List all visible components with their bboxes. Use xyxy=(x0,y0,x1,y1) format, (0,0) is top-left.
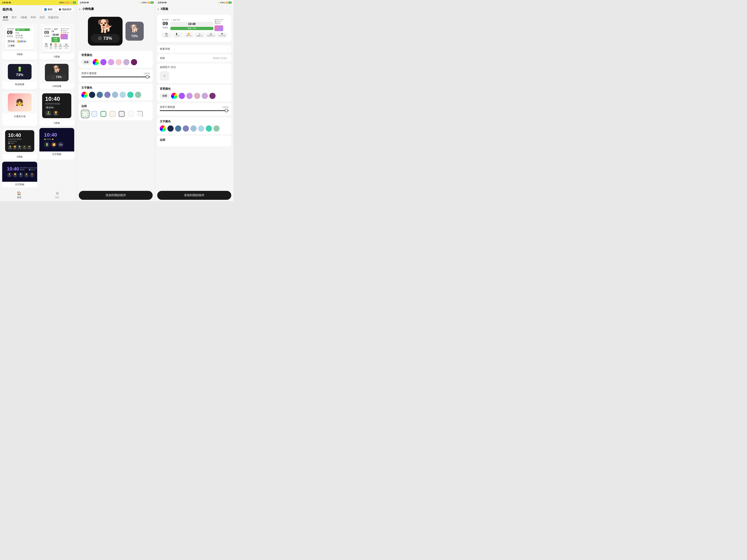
status-bar-3: 上午10:40 ⚡ 0.6K/s 📶 73 xyxy=(156,0,233,5)
widget-xpanel-a[interactable]: 2024/05 09 星期四 电量: 71% 存储 空间容量70.77 GB xyxy=(2,24,37,59)
color-purple[interactable] xyxy=(100,59,106,65)
bg-opacity-section: 背景不透明度 100% xyxy=(79,69,153,82)
tc3-periwinkle[interactable] xyxy=(183,126,189,132)
tc3-light-blue[interactable] xyxy=(190,126,197,132)
panel2-nav: ‹ 小狗电量 xyxy=(77,5,155,13)
color-rainbow-bg[interactable] xyxy=(93,59,99,65)
bg3-purple[interactable] xyxy=(179,93,185,99)
color-row-bg: 相册 xyxy=(81,59,150,65)
dog-mini-preview: 🐕 73% xyxy=(126,22,144,41)
color-row-bg-3: 相册 xyxy=(160,93,229,99)
tab-clock[interactable]: 时钟 xyxy=(30,15,36,20)
slider-thumb[interactable] xyxy=(146,75,149,78)
status-bar-1: 上午10:40 135K/s 📶📶 🔋 73 xyxy=(0,0,78,5)
more-icon: ⊞ xyxy=(56,191,59,195)
border-ornate[interactable] xyxy=(100,110,107,118)
name-value[interactable]: M2007J1SC › xyxy=(213,56,229,60)
tc3-teal[interactable] xyxy=(206,126,212,132)
nav-more[interactable]: ⊞ 更多 xyxy=(38,191,77,199)
border-blue-dashed[interactable] xyxy=(91,110,98,118)
panel3-scroll: 查看详情 › 名称 M2007J1SC › 选择照片 (0/1) xyxy=(155,44,233,189)
widget-preview-cartoon: 👧 xyxy=(2,91,37,114)
color-dark-purple[interactable] xyxy=(131,59,137,65)
add-to-my-widgets-btn-3[interactable]: 添加到我的组件 xyxy=(157,191,231,200)
text-color-mint[interactable] xyxy=(135,92,141,98)
border-partial[interactable] xyxy=(136,110,144,118)
chevron-right-icon: › xyxy=(228,47,229,51)
tc3-blue[interactable] xyxy=(175,126,181,132)
widget-xpanel-b[interactable]: 2024/05 09 星期四 🦷 蓝牙 Off 10:40 电量: 71% xyxy=(40,24,74,59)
add-photo-btn[interactable]: + xyxy=(160,71,169,81)
my-widgets-btn[interactable]: 🎓 我的组件 xyxy=(56,7,74,12)
tab-calendar[interactable]: 日历 xyxy=(39,15,45,20)
text-color-title-3: 文字颜色 xyxy=(160,120,229,123)
border-light[interactable] xyxy=(127,110,135,118)
status-bar: 上午10:40 135K/s 📶📶 🔋 73 上午10:40 ⚡ 130K/s … xyxy=(0,0,233,5)
tab-recommend[interactable]: 推荐 xyxy=(3,15,8,20)
bg3-light-purple[interactable] xyxy=(186,93,192,99)
tutorial-btn[interactable]: 📘 教程 xyxy=(42,7,55,12)
widget-cartoon[interactable]: 👧 卡通照片墙 xyxy=(2,91,37,126)
tab-photo[interactable]: 照片 xyxy=(11,15,17,20)
xpanel-d-widget: 10:40 2024/05/09 星期四 M2007J1SC ⚙️ qcom 🔋… xyxy=(5,130,34,152)
widget-xpanel-clock[interactable]: 10:40 2024/05/09 星期四 ⚙️ qcom 🔋73% 📶On X面… xyxy=(40,91,74,126)
text-color-dark-blue[interactable] xyxy=(89,92,95,98)
view-details-section: 查看详情 › xyxy=(157,45,231,53)
back-btn-3[interactable]: ‹ xyxy=(158,7,159,11)
bg3-pink[interactable] xyxy=(194,93,200,99)
panel3-nav: ‹ X面板 xyxy=(155,5,233,13)
widget-label-space-a: 太空面板 xyxy=(40,152,74,157)
xpanel-preview-a: 2024/05 09 星期四 电量: 71% 存储 空间容量70.77 GB xyxy=(5,26,34,49)
opacity-slider[interactable] xyxy=(81,77,150,77)
color-rainbow-text[interactable] xyxy=(81,92,87,98)
text-color-light-blue[interactable] xyxy=(112,92,118,98)
color-pink[interactable] xyxy=(115,59,122,65)
back-btn-2[interactable]: ‹ xyxy=(79,7,80,11)
tc3-sky[interactable] xyxy=(198,126,204,132)
color-lavender[interactable] xyxy=(123,59,129,65)
border-dark[interactable] xyxy=(118,110,126,118)
text-color-sky[interactable] xyxy=(120,92,126,98)
widget-grid: 2024/05 09 星期四 电量: 71% 存储 空间容量70.77 GB xyxy=(0,22,76,189)
name-chevron-icon: › xyxy=(228,56,229,60)
text-color-teal[interactable] xyxy=(127,92,133,98)
name-label: 名称 xyxy=(160,56,165,60)
tab-xpanel[interactable]: X面板 xyxy=(20,15,28,20)
color-rainbow-text-3[interactable] xyxy=(160,126,166,132)
nav-home[interactable]: 🏠 首页 xyxy=(0,191,38,199)
tc3-dark-blue[interactable] xyxy=(168,126,174,132)
album-btn[interactable]: 相册 xyxy=(81,59,91,65)
widget-xpanel-d[interactable]: 10:40 2024/05/09 星期四 M2007J1SC ⚙️ qcom 🔋… xyxy=(2,128,37,160)
widget-dog-battery[interactable]: 🐕 73% 小狗电量 xyxy=(40,62,74,89)
bg3-dark-purple[interactable] xyxy=(209,93,215,99)
widget-preview-space-a: 10:40 ⭐ 星期四 ⭐ 🔋 📶 On xyxy=(40,128,74,152)
dog-pct-display: 73% xyxy=(91,34,120,43)
opacity-slider-3[interactable] xyxy=(160,110,229,111)
widget-label-xpanel-clock: X面板 xyxy=(40,120,74,126)
text-color-blue[interactable] xyxy=(97,92,103,98)
widget-battery[interactable]: 🔋 73% 电池电量 xyxy=(2,62,37,89)
border-green-dashed[interactable] xyxy=(81,110,89,118)
widget-space-a[interactable]: 10:40 ⭐ 星期四 ⭐ 🔋 📶 On 太空面板 xyxy=(40,128,74,160)
view-details-label: 查看详情 xyxy=(160,47,170,51)
tc3-mint[interactable] xyxy=(213,126,220,132)
text-color-periwinkle[interactable] xyxy=(104,92,110,98)
add-to-my-widgets-btn-2[interactable]: 添加到我的组件 xyxy=(79,191,153,200)
view-details-row[interactable]: 查看详情 › xyxy=(157,45,231,53)
widget-space-b[interactable]: 10:40 2024/05/09星期四 M2007J1SC⚙️ qcom 🔋73… xyxy=(2,162,37,187)
color-rainbow-bg-3[interactable] xyxy=(171,93,177,99)
widget-preview-battery: 🔋 73% xyxy=(2,62,37,82)
text-color-title: 文字颜色 xyxy=(81,86,150,89)
color-light-purple[interactable] xyxy=(108,59,114,65)
bg3-lavender[interactable] xyxy=(202,93,208,99)
opacity-value: 100% xyxy=(144,72,150,75)
hat-icon: 🎓 xyxy=(58,8,61,11)
widget-preview-xpanel-b: 2024/05 09 星期四 🦷 蓝牙 Off 10:40 电量: 71% xyxy=(40,24,74,54)
album-btn-3[interactable]: 相册 xyxy=(160,93,170,99)
tab-quicklaunch[interactable]: 快捷启动 xyxy=(48,15,59,20)
xpanel-full-preview: 2024/05 09 星期四 🦷 蓝牙 Off 10:40 电量: 73% M2… xyxy=(159,17,229,40)
status-icons-1: 135K/s 📶📶 🔋 73 xyxy=(59,1,76,4)
slider-thumb-3[interactable] xyxy=(225,109,228,112)
widget-label-cartoon: 卡通照片墙 xyxy=(2,114,37,119)
border-cream[interactable] xyxy=(109,110,117,118)
